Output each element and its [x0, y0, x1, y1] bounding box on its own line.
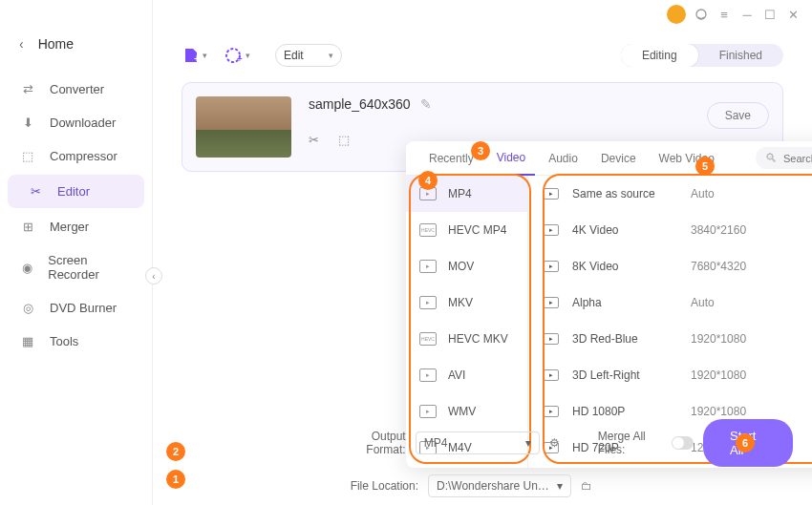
download-icon: ⬇ — [19, 116, 36, 130]
record-icon: ◉ — [19, 261, 34, 275]
preset-res: 3840*2160 — [691, 223, 812, 237]
add-file-button[interactable]: +▾ — [182, 46, 207, 65]
maximize-icon[interactable]: ☐ — [762, 7, 778, 22]
format-hevc-mp4[interactable]: HEVCHEVC MP4 — [406, 212, 527, 248]
format-icon: HEVC — [419, 332, 437, 346]
tab-finished[interactable]: Finished — [698, 44, 783, 67]
svg-text:+: + — [194, 53, 200, 64]
format-label: AVI — [448, 368, 465, 382]
preset-icon: ▸ — [544, 224, 559, 236]
svg-point-0 — [696, 10, 706, 19]
search-icon: 🔍︎ — [765, 151, 778, 165]
sidebar-item-label: Downloader — [50, 116, 116, 130]
preset-8k[interactable]: ▸8K Video7680*4320✎ — [528, 248, 812, 284]
rename-icon[interactable]: ✎ — [420, 96, 432, 112]
preset-res: 1920*1080 — [691, 405, 812, 418]
preset-4k[interactable]: ▸4K Video3840*2160✎ — [528, 212, 812, 248]
preset-3d-red-blue[interactable]: ▸3D Red-Blue1920*1080✎ — [528, 321, 812, 357]
caret-icon: ▾ — [203, 51, 207, 60]
preset-icon: ▸ — [544, 406, 559, 417]
menu-icon[interactable]: ≡ — [716, 7, 732, 22]
preset-icon: ▸ — [544, 261, 559, 272]
sidebar-item-compressor[interactable]: ⬚Compressor — [0, 139, 152, 173]
preset-name: Same as source — [572, 187, 677, 200]
format-avi[interactable]: ▸AVI — [406, 357, 527, 393]
sidebar-item-dvd-burner[interactable]: ◎DVD Burner — [0, 291, 152, 325]
merge-toggle[interactable] — [672, 436, 694, 450]
format-label: MP4 — [448, 187, 472, 200]
close-icon[interactable]: ✕ — [785, 7, 801, 22]
sidebar-item-label: Screen Recorder — [48, 253, 133, 282]
edit-dropdown-label: Edit — [284, 49, 304, 62]
preset-3d-left-right[interactable]: ▸3D Left-Right1920*1080✎ — [528, 357, 812, 393]
edit-dropdown[interactable]: Edit▾ — [275, 44, 342, 67]
format-label: HEVC MP4 — [448, 223, 506, 237]
save-button[interactable]: Save — [707, 102, 769, 129]
callout-badge-4: 4 — [418, 171, 438, 190]
video-thumbnail[interactable] — [196, 96, 291, 158]
merge-icon: ⊞ — [19, 220, 36, 234]
svg-text:+: + — [237, 53, 243, 64]
compress-icon: ⬚ — [19, 149, 36, 163]
format-mkv[interactable]: ▸MKV — [406, 284, 527, 321]
minimize-icon[interactable]: ─ — [739, 7, 755, 22]
preset-alpha[interactable]: ▸AlphaAuto✎ — [528, 284, 812, 321]
format-label: MKV — [448, 296, 473, 309]
sidebar-item-label: Converter — [50, 82, 104, 96]
format-label: MOV — [448, 260, 474, 273]
sidebar-item-screen-recorder[interactable]: ◉Screen Recorder — [0, 243, 152, 291]
sidebar-item-label: Merger — [50, 220, 89, 234]
search-input[interactable] — [783, 153, 812, 164]
preset-name: 3D Left-Right — [572, 368, 677, 382]
caret-icon: ▾ — [246, 51, 250, 60]
format-search[interactable]: 🔍︎ — [756, 147, 812, 169]
sidebar-item-merger[interactable]: ⊞Merger — [0, 210, 152, 243]
grid-icon: ▦ — [19, 334, 36, 348]
sidebar-item-downloader[interactable]: ⬇Downloader — [0, 106, 152, 139]
preset-name: Alpha — [572, 296, 677, 309]
tab-device[interactable]: Device — [591, 141, 646, 176]
sidebar-item-label: DVD Burner — [50, 301, 117, 315]
output-settings-icon[interactable]: ⚙ — [549, 436, 560, 450]
converter-icon: ⇄ — [19, 82, 36, 96]
format-icon: ▸ — [419, 368, 437, 382]
preset-name: 4K Video — [572, 223, 677, 237]
sidebar-item-editor[interactable]: ✂Editor — [8, 175, 144, 208]
output-format-value: MP4 — [424, 436, 448, 450]
output-format-dropdown[interactable]: MP4▾ — [416, 431, 540, 454]
format-icon: ▸ — [419, 296, 437, 309]
crop-icon[interactable]: ⬚ — [338, 133, 350, 147]
format-icon: ▸ — [419, 260, 437, 273]
disc-icon: ◎ — [19, 301, 36, 315]
sidebar-item-label: Editor — [57, 184, 90, 199]
format-icon: HEVC — [419, 223, 437, 237]
sidebar-item-converter[interactable]: ⇄Converter — [0, 73, 152, 106]
format-hevc-mkv[interactable]: HEVCHEVC MKV — [406, 321, 527, 357]
file-location-dropdown[interactable]: D:\Wondershare UniConverter 1▾ — [428, 474, 571, 497]
callout-badge-6: 6 — [736, 433, 755, 452]
preset-res: 1920*1080 — [691, 368, 812, 382]
format-mov[interactable]: ▸MOV — [406, 248, 527, 284]
sidebar-item-label: Compressor — [50, 149, 118, 163]
avatar[interactable] — [667, 5, 686, 24]
preset-res: 1920*1080 — [691, 332, 812, 346]
file-location-label: File Location: — [334, 479, 418, 493]
status-segment: Editing Finished — [621, 44, 783, 67]
preset-res: Auto — [691, 187, 812, 200]
scissors-icon: ✂ — [27, 184, 44, 199]
preset-icon: ▸ — [544, 297, 559, 308]
home-link[interactable]: ‹ Home — [0, 29, 152, 59]
tab-editing[interactable]: Editing — [621, 44, 698, 67]
preset-res: Auto — [691, 296, 812, 309]
add-url-button[interactable]: +▾ — [224, 46, 250, 65]
open-folder-icon[interactable]: 🗀 — [581, 479, 592, 493]
preset-res: 7680*4320 — [691, 260, 812, 273]
preset-name: 3D Red-Blue — [572, 332, 677, 346]
trim-icon[interactable]: ✂ — [309, 133, 319, 147]
sidebar-item-tools[interactable]: ▦Tools — [0, 325, 152, 358]
sidebar-item-label: Tools — [50, 334, 78, 348]
tab-video[interactable]: Video — [487, 141, 535, 176]
tab-audio[interactable]: Audio — [539, 141, 588, 176]
support-icon[interactable] — [694, 7, 709, 22]
preset-same-as-source[interactable]: ▸Same as sourceAuto✎ — [528, 176, 812, 212]
